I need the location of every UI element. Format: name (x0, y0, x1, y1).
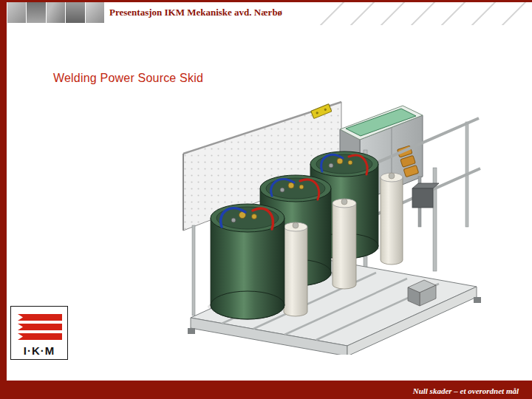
slide-footer: Null skader – et overordnet mål (0, 381, 532, 399)
welding-skid-cad-drawing (170, 94, 489, 355)
header-photo (27, 2, 45, 23)
presentation-slide: Presentasjon IKM Mekaniske avd. Nærbø We… (0, 0, 532, 399)
slide-image (170, 94, 489, 355)
slide-heading: Welding Power Source Skid (53, 72, 203, 85)
footer-text: Null skader – et overordnet mål (413, 386, 519, 395)
tank-front (211, 204, 284, 319)
logo-stripes (11, 310, 67, 344)
header-photo (86, 2, 104, 23)
header-photo-strip (7, 2, 104, 23)
header-photo (66, 2, 84, 23)
capacitor-cylinder-3 (381, 173, 403, 265)
logo-text: I·K·M (11, 344, 67, 357)
capacitor-cylinder-2 (332, 199, 356, 289)
header-diagonal-lines (314, 2, 532, 25)
header-photo (47, 2, 65, 23)
capacitor-cylinder-1 (284, 222, 307, 316)
ikm-logo: I·K·M (10, 306, 68, 360)
header-title: Presentasjon IKM Mekaniske avd. Nærbø (109, 7, 282, 18)
left-accent-strip (0, 0, 7, 399)
slide-header: Presentasjon IKM Mekaniske avd. Nærbø (7, 2, 532, 24)
header-photo (7, 2, 26, 23)
